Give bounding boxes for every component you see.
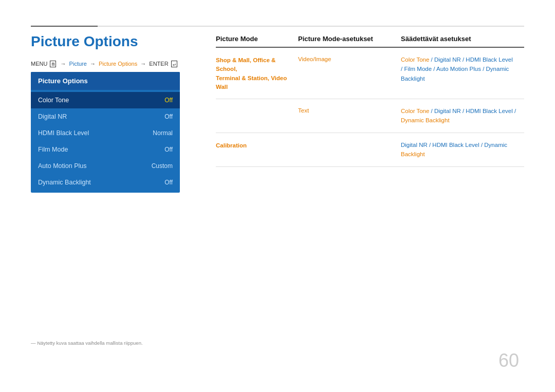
option-item-dynamic-backlight[interactable]: Dynamic Backlight Off bbox=[31, 174, 180, 191]
option-item-hdmi-black-level[interactable]: HDMI Black Level Normal bbox=[31, 125, 180, 141]
option-value-hdmi-black-level: Normal bbox=[153, 129, 173, 137]
row2-setting-dynamic-backlight: Dynamic Backlight bbox=[401, 117, 450, 123]
top-decorative-line bbox=[31, 26, 524, 27]
option-item-digital-nr[interactable]: Digital NR Off bbox=[31, 108, 180, 125]
footer-note: ― Näytetty kuva saattaa vaihdella mallis… bbox=[31, 340, 143, 346]
row2-mode-set: Text bbox=[298, 106, 401, 125]
col-header-picture-mode-set: Picture Mode-asetukset bbox=[298, 35, 401, 43]
breadcrumb-arrow-3: → bbox=[140, 61, 147, 67]
row2-settings: Color Tone / Digital NR / HDMI Black Lev… bbox=[401, 106, 524, 125]
options-list: Color Tone Off Digital NR Off HDMI Black… bbox=[31, 90, 180, 193]
table-row-2: Text Color Tone / Digital NR / HDMI Blac… bbox=[216, 99, 524, 133]
breadcrumb-arrow-1: → bbox=[61, 61, 68, 67]
option-item-film-mode[interactable]: Film Mode Off bbox=[31, 141, 180, 158]
option-label-color-tone: Color Tone bbox=[38, 97, 69, 104]
row1-mode: Shop & Mall, Office & School,Terminal & … bbox=[216, 55, 298, 91]
breadcrumb-menu: MENU m bbox=[31, 61, 57, 67]
breadcrumb-arrow-2: → bbox=[90, 61, 97, 67]
col-header-picture-mode: Picture Mode bbox=[216, 35, 298, 43]
row1-setting-color-tone: Color Tone bbox=[401, 57, 429, 63]
row3-setting-backlight: Backlight bbox=[401, 151, 425, 157]
options-box: Picture Options Color Tone Off Digital N… bbox=[31, 72, 180, 193]
page-container: Picture Options MENU m → Picture → Pictu… bbox=[0, 0, 555, 392]
row1-mode-set: Video/Image bbox=[298, 55, 401, 91]
col-header-settings: Säädettävät asetukset bbox=[401, 35, 524, 43]
option-label-dynamic-backlight: Dynamic Backlight bbox=[38, 179, 91, 186]
option-label-auto-motion-plus: Auto Motion Plus bbox=[38, 162, 87, 170]
option-value-auto-motion-plus: Custom bbox=[152, 162, 173, 170]
option-label-film-mode: Film Mode bbox=[38, 146, 68, 153]
page-title: Picture Options bbox=[31, 33, 138, 50]
breadcrumb-enter: ENTER ↵ bbox=[149, 61, 178, 67]
option-value-digital-nr: Off bbox=[164, 113, 173, 120]
row2-mode bbox=[216, 106, 298, 125]
breadcrumb-picture: Picture bbox=[69, 61, 87, 67]
table-header-row: Picture Mode Picture Mode-asetukset Sääd… bbox=[216, 35, 524, 48]
right-table: Picture Mode Picture Mode-asetukset Sääd… bbox=[216, 35, 524, 167]
menu-icon: m bbox=[50, 61, 56, 67]
option-label-hdmi-black-level: HDMI Black Level bbox=[38, 129, 89, 137]
row3-settings: Digital NR / HDMI Black Level / DynamicB… bbox=[401, 140, 524, 159]
row2-setting-color-tone: Color Tone bbox=[401, 108, 429, 114]
row1-settings: Color Tone / Digital NR / HDMI Black Lev… bbox=[401, 55, 524, 91]
option-item-auto-motion-plus[interactable]: Auto Motion Plus Custom bbox=[31, 158, 180, 174]
option-value-dynamic-backlight: Off bbox=[164, 179, 173, 186]
options-box-header: Picture Options bbox=[31, 72, 180, 90]
row3-mode-set bbox=[298, 140, 401, 159]
option-item-color-tone[interactable]: Color Tone Off bbox=[31, 92, 180, 108]
option-value-color-tone: Off bbox=[164, 97, 173, 104]
breadcrumb: MENU m → Picture → Picture Options → ENT… bbox=[31, 61, 178, 67]
row3-mode: Calibration bbox=[216, 140, 298, 159]
breadcrumb-picture-options: Picture Options bbox=[99, 61, 137, 67]
option-value-film-mode: Off bbox=[164, 146, 173, 153]
page-number: 60 bbox=[498, 350, 519, 371]
enter-icon: ↵ bbox=[171, 61, 177, 67]
table-row-3: Calibration Digital NR / HDMI Black Leve… bbox=[216, 133, 524, 167]
table-row-1: Shop & Mall, Office & School,Terminal & … bbox=[216, 48, 524, 99]
option-label-digital-nr: Digital NR bbox=[38, 113, 67, 120]
